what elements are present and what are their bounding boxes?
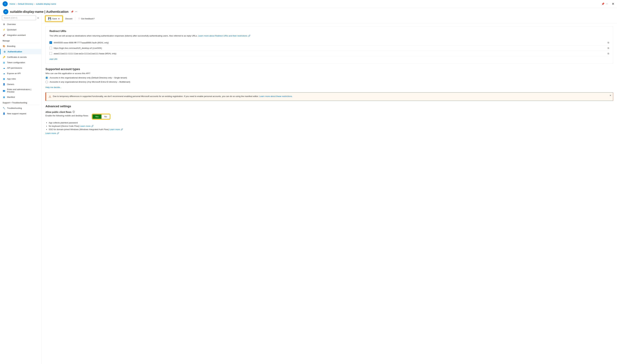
bullet-list-section: App collects plaintext password No keybo… [45,121,613,134]
allow-public-flows-title: Allow public client flows ⓘ [45,111,613,114]
toggle-no-button[interactable]: No [102,115,110,119]
uri-row: https://login.live.com/oauth20_desktop.s… [50,45,609,51]
flows-row: Enable the following mobile and desktop … [45,115,613,119]
sidebar-label-support: New support request [7,112,26,115]
uri2-text: https://login.live.com/oauth20_desktop.s… [54,47,606,49]
breadcrumb-app[interactable]: suitable-display-name [36,3,56,5]
account-types-question: Who can use this application or access t… [45,72,613,75]
sidebar-label-integration: Integration assistant [7,34,26,36]
sidebar-item-troubleshooting[interactable]: 🔧 Troubleshooting [0,105,41,111]
sso-learn-more[interactable]: Learn more 🔗 [109,128,123,131]
warning-close-icon[interactable]: ✕ [609,94,611,97]
help-decide-link[interactable]: Help me decide... [45,86,62,89]
warning-learn-more[interactable]: Learn more about these restrictions. [259,95,293,97]
sidebar-label-app-roles: App roles [7,78,16,80]
flows-label: Enable the following mobile and desktop … [45,115,89,117]
content-body: Redirect URIs The URIs we will accept as… [42,26,617,141]
redirect-uris-learn-more[interactable]: Learn more about Redirect URIs and their… [198,35,250,37]
radio-single-input[interactable] [45,77,48,79]
certs-icon: 🔑 [2,55,5,58]
radio-multitenant[interactable]: Accounts in any organizational directory… [45,81,613,83]
search-input[interactable] [2,15,36,20]
radio-single-tenant[interactable]: Accounts in this organizational director… [45,77,613,79]
breadcrumb: Home › Default Directory › suitable-disp… [10,3,601,5]
heart-icon: ♡ [78,17,80,20]
warning-icon: ⚠ [49,95,51,98]
sidebar-item-quickstart[interactable]: ⚡ Quickstart [0,27,41,32]
page-icon [3,9,8,14]
main-layout: « ⊞ Overview ⚡ Quickstart 🚀 Integration … [0,14,617,364]
warning-box: ⚠ Due to temporary differences in suppor… [45,92,613,101]
discard-x-icon[interactable]: ✕ [58,17,60,20]
breadcrumb-directory[interactable]: Default Directory [18,3,33,5]
radio-multi-label: Accounts in any organizational directory… [50,81,130,83]
uri1-copy-icon[interactable]: ⧉ [607,41,609,44]
device-code-learn-more[interactable]: Learn more 🔗 [80,125,94,127]
more-options-icon[interactable]: ··· [606,2,608,5]
sidebar-item-branding[interactable]: 🎨 Branding [0,43,41,49]
toggle-yes-button[interactable]: Yes [92,115,101,119]
sidebar-item-roles-admin[interactable]: 👥 Roles and administrators | Preview [0,87,41,94]
account-types-title: Supported account types [45,67,613,71]
sidebar-item-api-permissions[interactable]: ☁ API permissions [0,65,41,71]
sidebar: « ⊞ Overview ⚡ Quickstart 🚀 Integration … [0,14,42,364]
sidebar-label-roles-admin: Roles and administrators | Preview [7,88,39,93]
pin-page-icon[interactable]: 📌 [71,10,74,13]
sidebar-item-expose-api[interactable]: ☁ Expose an API [0,71,41,76]
sidebar-label-owners: Owners [7,83,14,85]
page-title: suitable-display-name | Authentication [10,10,68,13]
account-types-section: Supported account types Who can use this… [45,67,613,89]
breadcrumb-home[interactable]: Home [10,3,15,5]
roles-admin-icon: 👥 [2,89,5,92]
sidebar-label-authentication: Authentication [8,51,22,53]
radio-multi-input[interactable] [45,81,48,83]
bullet-item-1: App collects plaintext password [49,121,613,124]
pin-icon[interactable]: 📌 [601,2,604,5]
uri-row: 44445555-eeee-6666-ffff-7777aaaa8888://a… [50,40,609,45]
collapse-sidebar-icon[interactable]: « [37,15,39,20]
support-icon: 👤 [2,112,5,115]
uri1-checkbox[interactable] [50,41,52,44]
warning-text: Due to temporary differences in supporte… [53,95,293,98]
feedback-label: Got feedback? [81,17,95,20]
uri2-checkbox[interactable] [50,47,52,49]
uri3-checkbox[interactable] [50,52,52,55]
token-icon: ▤ [2,61,5,64]
sidebar-label-api-permissions: API permissions [7,67,22,69]
sidebar-label-manifest: Manifest [7,96,15,98]
save-icon: 💾 [48,17,51,20]
sidebar-label-troubleshooting: Troubleshooting [7,107,22,109]
allow-public-info-icon[interactable]: ⓘ [73,111,75,114]
bullet-item-3: SSO for domain-joined Windows (Windows I… [49,128,613,131]
sidebar-item-owners[interactable]: 👤 Owners [0,81,41,87]
app-password-learn-more[interactable]: Learn more 🔗 [45,132,59,134]
uri2-copy-icon[interactable]: ⧉ [607,47,609,50]
uri3-copy-icon[interactable]: ⧉ [607,52,609,55]
app-roles-icon: ▦ [2,77,5,80]
overview-icon: ⊞ [2,23,5,26]
save-button[interactable]: 💾 Save ✕ [45,16,63,21]
toggle-group: Yes No [92,115,110,119]
add-uri-link[interactable]: Add URI [50,58,57,60]
sidebar-item-certs[interactable]: 🔑 Certificates & secrets [0,54,41,60]
top-bar-actions: 📌 ··· ✕ [601,2,615,6]
uri3-text: aaaa111aa111-1111-11aa-aa1a-1111a11aa111… [54,52,606,55]
redirect-uris-desc: The URIs we will accept as destinations … [50,34,609,38]
manage-section-label: Manage [0,38,41,43]
sidebar-item-integration[interactable]: 🚀 Integration assistant [0,32,41,38]
sidebar-item-support[interactable]: 👤 New support request [0,111,41,116]
sidebar-item-authentication[interactable]: ◎ Authentication [0,49,41,54]
page-title-bar: suitable-display-name | Authentication 📌… [0,8,617,14]
sidebar-item-overview[interactable]: ⊞ Overview [0,21,41,27]
feedback-button[interactable]: ♡ Got feedback? [77,16,96,21]
sidebar-label-overview: Overview [7,23,16,26]
quickstart-icon: ⚡ [2,28,5,31]
sidebar-item-token[interactable]: ▤ Token configuration [0,60,41,65]
api-perm-icon: ☁ [2,66,5,69]
branding-icon: 🎨 [2,45,5,48]
discard-button[interactable]: Discard [64,16,74,21]
sidebar-item-app-roles[interactable]: ▦ App roles [0,76,41,81]
sidebar-item-manifest[interactable]: ▦ Manifest [0,94,41,100]
page-more-icon[interactable]: ··· [75,10,77,13]
close-icon[interactable]: ✕ [612,2,615,6]
